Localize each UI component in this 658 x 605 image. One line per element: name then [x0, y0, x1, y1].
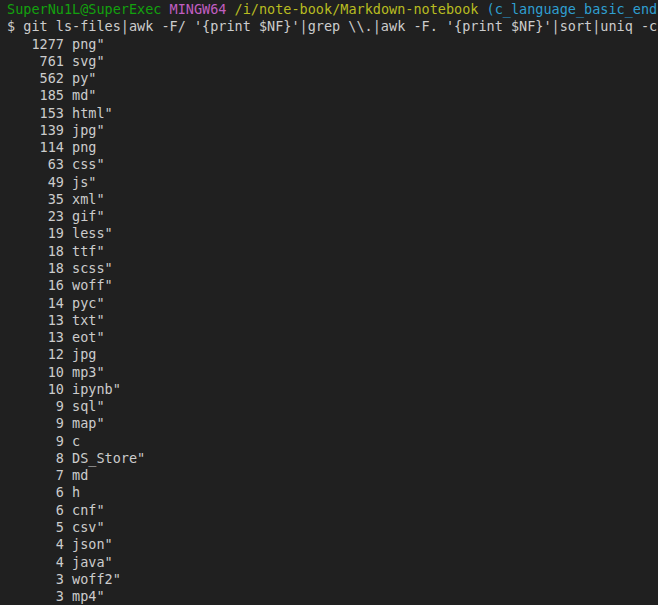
prompt-user-host: SuperNu1L@SuperExec [7, 1, 161, 17]
output-line: 16 woff" [7, 277, 658, 294]
output-line: 9 map" [7, 415, 658, 432]
output-line: 1277 png" [7, 36, 658, 53]
output-line: 3 mp4" [7, 588, 658, 605]
output-line: 19 less" [7, 225, 658, 242]
output-line: 12 jpg [7, 346, 658, 363]
output-line: 13 txt" [7, 312, 658, 329]
output-line: 6 cnf" [7, 502, 658, 519]
output-line: 185 md" [7, 87, 658, 104]
terminal-window[interactable]: SuperNu1L@SuperExecMINGW64/i/note-book/M… [0, 0, 658, 605]
output-line: 4 json" [7, 536, 658, 553]
output-line: 6 h [7, 484, 658, 501]
command-line: $ git ls-files|awk -F/ '{print $NF}'|gre… [7, 18, 658, 35]
prompt-git-branch: (c_language_basic_end) [487, 1, 658, 17]
output-line: 18 ttf" [7, 243, 658, 260]
prompt-shell-name: MINGW64 [170, 1, 227, 17]
output-line: 9 c [7, 433, 658, 450]
output-line: 4 java" [7, 554, 658, 571]
output-line: 10 mp3" [7, 364, 658, 381]
output-line: 153 html" [7, 105, 658, 122]
output-line: 18 scss" [7, 260, 658, 277]
output-line: 7 md [7, 467, 658, 484]
output-line: 139 jpg" [7, 122, 658, 139]
output-line: 63 css" [7, 156, 658, 173]
output-line: 14 pyc" [7, 295, 658, 312]
output-line: 8 DS_Store" [7, 450, 658, 467]
output-line: 23 gif" [7, 208, 658, 225]
output-line: 49 js" [7, 174, 658, 191]
output-line: 5 csv" [7, 519, 658, 536]
output-line: 562 py" [7, 70, 658, 87]
output-line: 3 woff2" [7, 571, 658, 588]
output-line: 13 eot" [7, 329, 658, 346]
prompt-working-directory: /i/note-book/Markdown-notebook [235, 1, 479, 17]
output-line: 10 ipynb" [7, 381, 658, 398]
output-line: 9 sql" [7, 398, 658, 415]
output-line: 761 svg" [7, 53, 658, 70]
output-line: 114 png [7, 139, 658, 156]
output-line: 35 xml" [7, 191, 658, 208]
prompt-line: SuperNu1L@SuperExecMINGW64/i/note-book/M… [7, 1, 658, 18]
command-output: 1277 png" 761 svg" 562 py" 185 md" 153 h… [7, 36, 658, 605]
